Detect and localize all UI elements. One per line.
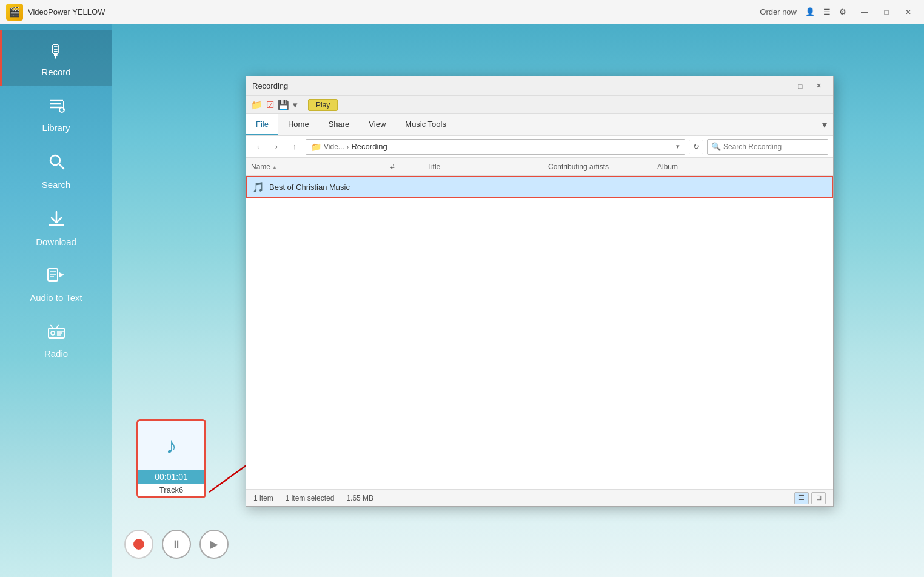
record-dot <box>133 539 144 550</box>
checkbox-icon[interactable]: ☑ <box>266 100 274 110</box>
player-controls: ⏸ ▶ <box>112 530 924 559</box>
svg-line-6 <box>59 164 64 169</box>
main-layout: 🎙 Record Library S <box>0 24 924 577</box>
play-icon: ▶ <box>210 538 218 551</box>
explorer-title: Recording <box>252 81 769 90</box>
close-button[interactable]: ✕ <box>899 4 918 21</box>
sidebar-item-search[interactable]: Search <box>0 141 112 198</box>
sidebar-item-record[interactable]: 🎙 Record <box>0 30 112 86</box>
col-header-artist[interactable]: Contributing artists <box>548 163 657 171</box>
view-toggle-buttons: ☰ ⊞ <box>794 492 826 504</box>
content-area: ♪ 00:01:01 Track6 ⏸ ▶ <box>112 24 924 577</box>
maximize-button[interactable]: □ <box>877 4 896 21</box>
explorer-address-bar: ‹ › ↑ 📁 Vide... › Recording ▾ ↻ 🔍 <box>246 136 833 158</box>
col-header-title[interactable]: Title <box>427 163 548 171</box>
order-now-link[interactable]: Order now <box>760 7 797 16</box>
play-button[interactable]: ▶ <box>199 530 229 559</box>
status-selected: 1 item selected <box>286 494 335 502</box>
explorer-minimize-button[interactable]: — <box>774 79 791 93</box>
explorer-win-buttons: — □ ✕ <box>774 79 827 93</box>
svg-rect-9 <box>48 269 58 281</box>
forward-button[interactable]: › <box>269 140 284 154</box>
dropdown-arrow-icon[interactable]: ▾ <box>293 100 298 110</box>
explorer-dialog: Recording — □ ✕ 📁 ☑ 💾 ▾ Play File Home <box>246 76 834 507</box>
up-button[interactable]: ↑ <box>287 140 302 154</box>
list-icon[interactable]: ☰ <box>823 7 831 16</box>
explorer-qat: 📁 ☑ 💾 ▾ Play <box>246 96 833 114</box>
play-tab-button[interactable]: Play <box>308 99 338 111</box>
sidebar-item-download-label: Download <box>36 237 76 247</box>
explorer-maximize-button[interactable]: □ <box>792 79 809 93</box>
mic-icon: 🎙 <box>47 41 65 62</box>
ribbon-tab-view[interactable]: View <box>359 114 395 135</box>
ribbon-tab-file[interactable]: File <box>246 114 278 135</box>
back-button: ‹ <box>251 140 266 154</box>
path-current: Recording <box>351 142 387 151</box>
sidebar-item-download[interactable]: Download <box>0 198 112 255</box>
path-breadcrumb: Vide... <box>324 143 344 151</box>
search-input[interactable] <box>723 143 820 151</box>
pause-icon: ⏸ <box>171 538 182 551</box>
list-view-button[interactable]: ⊞ <box>811 492 826 504</box>
details-view-button[interactable]: ☰ <box>794 492 809 504</box>
explorer-status-bar: 1 item 1 item selected 1.65 MB ☰ ⊞ <box>246 489 833 506</box>
path-dropdown-arrow[interactable]: ▾ <box>676 143 680 150</box>
refresh-button[interactable]: ↻ <box>689 140 703 154</box>
card-name: Track6 <box>138 484 204 496</box>
window-controls: — □ ✕ <box>855 4 918 21</box>
path-chevron: › <box>347 143 349 150</box>
explorer-close-button[interactable]: ✕ <box>810 79 827 93</box>
radio-icon <box>47 322 66 343</box>
ribbon-tab-home[interactable]: Home <box>278 114 319 135</box>
record-button[interactable] <box>124 530 153 559</box>
sidebar-item-library-label: Library <box>42 123 70 133</box>
explorer-titlebar: Recording — □ ✕ <box>246 76 833 96</box>
sidebar-item-audio-to-text[interactable]: Audio to Text <box>0 255 112 311</box>
col-header-name[interactable]: Name <box>251 163 390 171</box>
search-icon <box>47 152 65 175</box>
title-bar: 🎬 VideoPower YELLOW Order now 👤 ☰ ⚙ — □ … <box>0 0 924 24</box>
status-item-count: 1 item <box>253 494 273 502</box>
ribbon-tab-music-tools[interactable]: Music Tools <box>395 114 456 135</box>
library-icon <box>47 96 65 118</box>
file-icon: 🎵 <box>252 181 264 193</box>
ribbon-dropdown-button[interactable]: ▾ <box>822 114 833 135</box>
svg-point-14 <box>51 331 55 335</box>
folder-icon[interactable]: 📁 <box>251 100 263 110</box>
col-header-album[interactable]: Album <box>657 163 748 171</box>
audio-to-text-icon <box>47 266 66 288</box>
ribbon-tab-share[interactable]: Share <box>319 114 360 135</box>
search-box: 🔍 <box>707 139 828 155</box>
sidebar-item-search-label: Search <box>42 180 71 190</box>
pause-button[interactable]: ⏸ <box>162 530 191 559</box>
path-folder-icon: 📁 <box>311 142 321 152</box>
card-time: 00:01:01 <box>138 470 204 484</box>
qat-separator <box>303 100 303 110</box>
music-note-icon: ♪ <box>166 433 177 459</box>
card-icon-area: ♪ <box>138 421 204 470</box>
account-icon[interactable]: 👤 <box>805 7 815 16</box>
minimize-button[interactable]: — <box>855 4 874 21</box>
download-icon <box>47 209 65 232</box>
search-input-icon: 🔍 <box>711 142 721 151</box>
sidebar-item-radio-label: Radio <box>44 348 68 359</box>
settings-icon[interactable]: ⚙ <box>839 7 846 16</box>
sidebar-item-record-label: Record <box>41 67 70 77</box>
title-actions: Order now 👤 ☰ ⚙ <box>760 7 846 16</box>
status-size: 1.65 MB <box>346 494 373 502</box>
address-path[interactable]: 📁 Vide... › Recording ▾ <box>306 139 685 155</box>
recording-card[interactable]: ♪ 00:01:01 Track6 <box>136 419 206 498</box>
file-row-best-of-christian-music[interactable]: 🎵 Best of Christian Music <box>246 176 833 198</box>
sidebar: 🎙 Record Library S <box>0 24 112 577</box>
sidebar-item-audio-to-text-label: Audio to Text <box>30 292 82 303</box>
file-name: Best of Christian Music <box>269 183 832 192</box>
save-icon[interactable]: 💾 <box>278 100 289 110</box>
column-headers: Name # Title Contributing artists Album <box>246 158 833 176</box>
app-title: VideoPower YELLOW <box>28 7 760 16</box>
app-logo: 🎬 <box>6 4 23 21</box>
explorer-ribbon: File Home Share View Music Tools ▾ <box>246 114 833 136</box>
sidebar-item-library[interactable]: Library <box>0 86 112 141</box>
col-header-hash[interactable]: # <box>390 163 427 171</box>
sidebar-item-radio[interactable]: Radio <box>0 311 112 367</box>
file-list: 🎵 Best of Christian Music <box>246 176 833 489</box>
